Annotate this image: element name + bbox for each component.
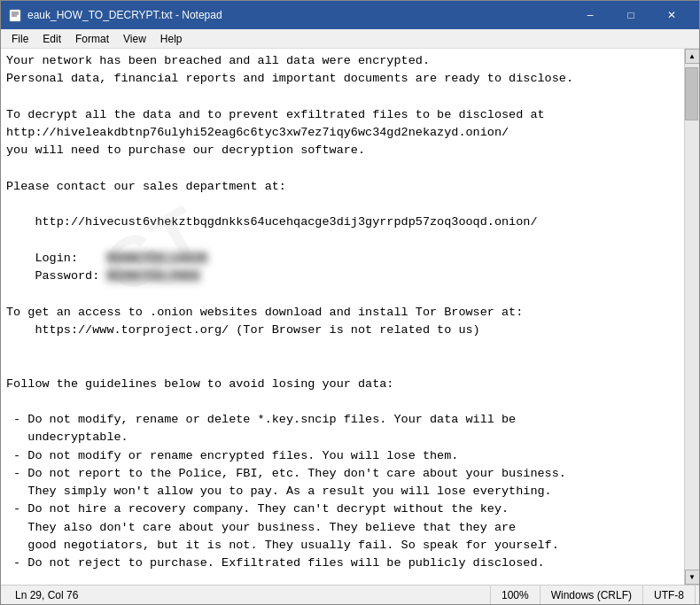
close-button[interactable]: ✕: [651, 1, 692, 29]
text-editor[interactable]: Your network has been breached and all d…: [1, 49, 684, 585]
minimize-button[interactable]: –: [570, 1, 611, 29]
status-bar: Ln 29, Col 76 100% Windows (CRLF) UTF-8: [1, 585, 699, 604]
menu-bar: File Edit Format View Help: [1, 29, 699, 49]
vertical-scrollbar[interactable]: ▲ ▼: [684, 49, 699, 585]
title-bar-buttons: – □ ✕: [570, 1, 692, 29]
login-value: REDACTED_LOGIN: [106, 252, 206, 265]
title-bar: eauk_HOW_TO_DECRYPT.txt - Notepad – □ ✕: [1, 1, 699, 29]
menu-view[interactable]: View: [116, 31, 153, 47]
scroll-track[interactable]: [685, 64, 700, 570]
status-position: Ln 29, Col 76: [4, 586, 491, 604]
status-line-ending: Windows (CRLF): [541, 586, 643, 604]
text-container: Your network has been breached and all d…: [1, 49, 684, 585]
app-icon: [8, 8, 22, 22]
status-zoom: 100%: [491, 586, 541, 604]
password-value: REDACTED_PASS: [106, 269, 199, 283]
scroll-down-button[interactable]: ▼: [685, 570, 700, 585]
main-window: eauk_HOW_TO_DECRYPT.txt - Notepad – □ ✕ …: [0, 0, 700, 605]
menu-help[interactable]: Help: [153, 31, 190, 47]
window-title: eauk_HOW_TO_DECRYPT.txt - Notepad: [27, 9, 222, 21]
status-encoding: UTF-8: [643, 586, 696, 604]
scroll-thumb[interactable]: [685, 67, 698, 120]
maximize-button[interactable]: □: [611, 1, 651, 29]
title-bar-left: eauk_HOW_TO_DECRYPT.txt - Notepad: [8, 8, 222, 22]
scroll-up-button[interactable]: ▲: [685, 49, 700, 64]
menu-edit[interactable]: Edit: [35, 31, 68, 47]
menu-file[interactable]: File: [4, 31, 35, 47]
content-area: Your network has been breached and all d…: [1, 49, 699, 585]
menu-format[interactable]: Format: [68, 31, 116, 47]
